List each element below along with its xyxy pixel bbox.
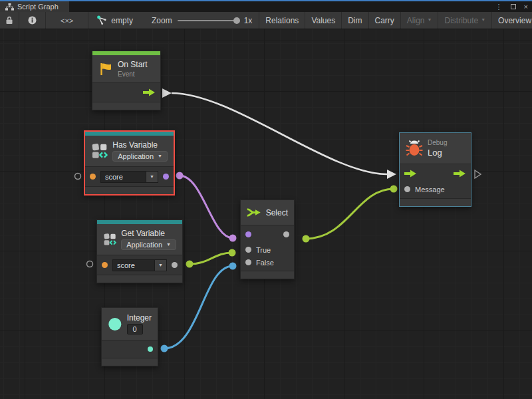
node-title: Select — [266, 208, 288, 217]
variable-name-field[interactable]: score ▼ — [100, 171, 158, 183]
node-namespace: Debug — [428, 139, 447, 146]
code-x-icon: <×> — [61, 17, 73, 25]
false-input-port[interactable] — [245, 259, 251, 265]
overview-button[interactable]: Overview — [492, 12, 532, 29]
zoom-value: 1x — [244, 16, 253, 25]
result-output-port[interactable] — [163, 174, 169, 180]
true-input-port[interactable] — [245, 247, 251, 253]
close-icon[interactable]: × — [524, 1, 528, 12]
field-dropdown-button[interactable]: ▼ — [155, 259, 167, 271]
flow-arrowhead — [387, 170, 396, 179]
dropdown-caret-icon: ▼ — [481, 17, 485, 22]
lock-button[interactable] — [0, 12, 19, 29]
variables-icon — [91, 142, 108, 160]
node-subtitle: Event — [118, 70, 148, 78]
wire-select-to-debuglog-message[interactable] — [306, 189, 394, 239]
relations-button[interactable]: Relations — [259, 12, 305, 29]
node-title: On Start — [118, 60, 148, 69]
port-label: False — [256, 259, 274, 267]
script-graph-window: Script Graph ⋮ × <×> — [0, 0, 532, 399]
zoom-label: Zoom — [152, 16, 172, 25]
variable-name-field[interactable]: score ▼ — [112, 259, 167, 271]
zoom-slider[interactable] — [178, 20, 239, 21]
node-footer — [92, 102, 160, 110]
align-button[interactable]: Align▼ — [401, 12, 439, 29]
node-debug-log[interactable]: Debug Log Message — [399, 132, 471, 207]
flow-output-port[interactable] — [454, 170, 466, 178]
message-input-port[interactable] — [404, 186, 410, 192]
node-footer — [85, 187, 174, 194]
zoom-control: Zoom 1x — [141, 12, 259, 29]
dropdown-caret-icon: ▼ — [166, 242, 171, 247]
flow-input-port[interactable] — [404, 170, 417, 178]
integer-value-field[interactable]: 0 — [127, 324, 143, 334]
variables-icon — [103, 231, 116, 248]
node-footer — [241, 271, 294, 279]
window-controls: ⋮ × — [495, 1, 528, 12]
node-footer — [400, 199, 471, 206]
port-label: True — [256, 246, 271, 254]
variable-scope-dropdown[interactable]: Application ▼ — [121, 239, 176, 250]
node-has-variable[interactable]: Has Variable Application ▼ score ▼ — [84, 130, 175, 196]
node-title: Log — [428, 148, 447, 158]
node-footer — [102, 358, 158, 366]
zoom-slider-handle[interactable] — [233, 17, 240, 24]
port-label: Message — [415, 186, 445, 194]
wire-onstart-to-debuglog[interactable] — [172, 93, 387, 174]
flow-output-port[interactable] — [143, 88, 156, 96]
tab-label: Script Graph — [17, 3, 59, 11]
unconnected-input-circle[interactable] — [87, 261, 93, 267]
wire-getvariable-to-select-true[interactable] — [190, 253, 232, 264]
flow-output-arrow[interactable] — [162, 88, 172, 98]
dim-button[interactable]: Dim — [342, 12, 368, 29]
graph-status: empty — [88, 12, 141, 29]
graph-toolbar: <×> empty Zoom 1x Relations Values Dim C… — [0, 12, 532, 29]
dropdown-caret-icon: ▼ — [428, 17, 432, 22]
info-icon — [28, 16, 37, 25]
node-title: Get Variable — [121, 229, 176, 238]
info-button[interactable] — [19, 12, 46, 29]
variable-name-input-port[interactable] — [90, 174, 96, 180]
tab-bar: Script Graph ⋮ × — [0, 1, 532, 12]
node-on-start[interactable]: On Start Event — [92, 51, 161, 110]
maximize-icon[interactable] — [511, 4, 516, 9]
variable-scope-dropdown[interactable]: Application ▼ — [112, 151, 168, 162]
wire-hasvariable-to-select[interactable] — [180, 176, 233, 238]
graph-pointer-icon — [96, 15, 107, 25]
integer-literal-icon — [108, 316, 122, 332]
value-output-port[interactable] — [172, 262, 178, 268]
node-title: Has Variable — [112, 140, 168, 150]
unconnected-input-circle[interactable] — [75, 174, 81, 180]
graph-canvas[interactable]: On Start Event — [0, 29, 532, 399]
field-dropdown-button[interactable]: ▼ — [146, 171, 158, 183]
node-integer[interactable]: Integer 0 — [101, 307, 158, 366]
node-footer — [97, 275, 182, 283]
lock-icon — [5, 16, 13, 25]
condition-input-port[interactable] — [245, 231, 251, 237]
node-title: Integer — [127, 313, 152, 323]
variable-name-input-port[interactable] — [102, 262, 108, 268]
tab-script-graph[interactable]: Script Graph — [0, 1, 69, 12]
dropdown-caret-icon: ▼ — [158, 154, 162, 158]
graph-status-label: empty — [111, 16, 133, 25]
selection-output-port[interactable] — [283, 231, 289, 237]
select-merge-icon — [247, 207, 261, 218]
bug-icon — [406, 140, 423, 157]
unconnected-flow-triangle[interactable] — [475, 170, 481, 178]
graph-hierarchy-icon — [5, 3, 14, 11]
flag-icon — [98, 62, 113, 76]
toolbar-buttons: Relations Values Dim Carry Align▼ Distri… — [259, 12, 532, 29]
integer-output-port[interactable] — [148, 346, 153, 352]
window-menu-icon[interactable]: ⋮ — [495, 1, 503, 12]
node-select[interactable]: Select True False — [240, 200, 295, 279]
values-button[interactable]: Values — [305, 12, 342, 29]
node-get-variable[interactable]: Get Variable Application ▼ score ▼ — [96, 219, 183, 283]
carry-button[interactable]: Carry — [369, 12, 401, 29]
distribute-button[interactable]: Distribute▼ — [438, 12, 492, 29]
preserve-connection-button[interactable]: <×> — [46, 12, 88, 29]
